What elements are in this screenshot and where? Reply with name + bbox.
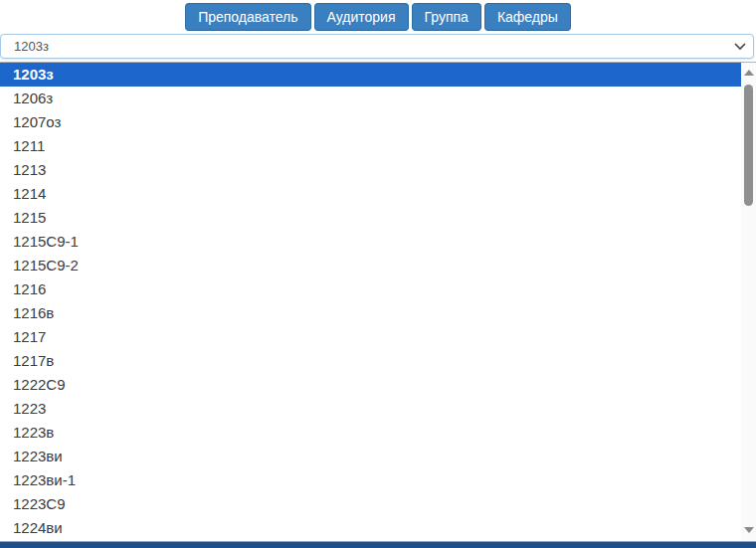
- dropdown-option[interactable]: 1222С9: [0, 373, 741, 397]
- dropdown-option[interactable]: 1223: [0, 397, 741, 421]
- dropdown-option[interactable]: 1206з: [0, 87, 741, 110]
- dropdown-option[interactable]: 1215С9-1: [0, 230, 741, 254]
- dropdown-option[interactable]: 1211: [0, 134, 741, 158]
- bottom-bar: [0, 541, 756, 548]
- auditorium-button[interactable]: Аудитория: [314, 3, 409, 31]
- triangle-up-icon: [744, 70, 754, 76]
- toolbar: Преподаватель Аудитория Группа Кафедры: [0, 0, 756, 31]
- dropdown-option[interactable]: 1217в: [0, 349, 741, 373]
- group-select[interactable]: 1203з: [0, 34, 754, 59]
- dropdown-option[interactable]: 1217: [0, 325, 741, 349]
- dropdown-option[interactable]: 1216в: [0, 301, 741, 325]
- dropdown-option[interactable]: 1203з: [0, 63, 741, 87]
- group-dropdown-list: 1203з 1206з 1207оз 1211 1213 1214 1215 1…: [0, 62, 756, 541]
- dropdown-option[interactable]: 1223С9: [0, 492, 741, 516]
- dropdown-option[interactable]: 1215: [0, 206, 741, 230]
- dropdown-option[interactable]: 1213: [0, 158, 741, 182]
- scroll-up-button[interactable]: [741, 65, 756, 81]
- departments-button[interactable]: Кафедры: [484, 3, 571, 31]
- scroll-down-button[interactable]: [741, 522, 756, 538]
- schedule-app: Преподаватель Аудитория Группа Кафедры 1…: [0, 0, 756, 548]
- dropdown-option[interactable]: 1223в: [0, 421, 741, 445]
- scrollbar[interactable]: [741, 63, 756, 542]
- dropdown-option[interactable]: 1216: [0, 277, 741, 301]
- dropdown-option[interactable]: 1214: [0, 182, 741, 206]
- teacher-button[interactable]: Преподаватель: [185, 3, 310, 31]
- dropdown-option[interactable]: 1223ви: [0, 445, 741, 468]
- scrollbar-thumb[interactable]: [744, 85, 753, 206]
- group-button[interactable]: Группа: [412, 3, 481, 31]
- dropdown-option[interactable]: 1223ви-1: [0, 468, 741, 492]
- triangle-down-icon: [744, 527, 754, 533]
- group-select-value: 1203з: [14, 39, 734, 54]
- dropdown-option[interactable]: 1224ви: [0, 516, 741, 540]
- dropdown-option[interactable]: 1207оз: [0, 110, 741, 134]
- chevron-down-icon: [734, 43, 746, 51]
- dropdown-option[interactable]: 1215С9-2: [0, 254, 741, 277]
